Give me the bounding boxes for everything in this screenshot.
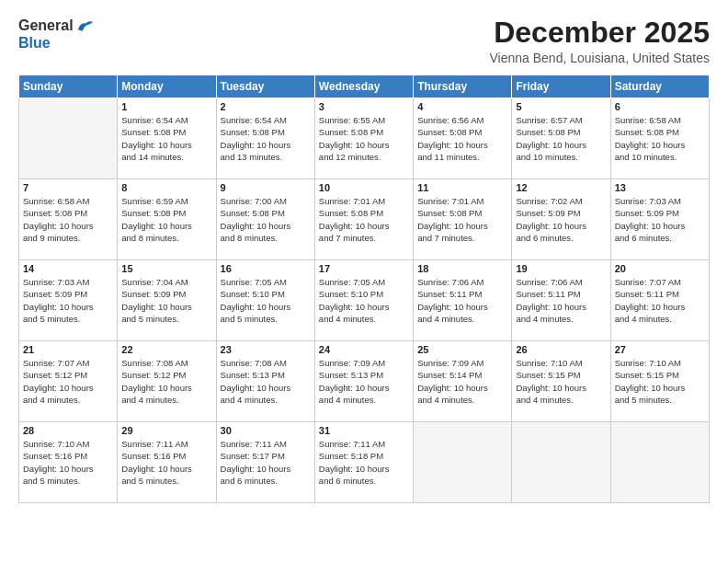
day-info: Sunrise: 7:07 AM Sunset: 5:11 PM Dayligh… [615, 276, 705, 325]
day-number: 8 [121, 182, 211, 193]
day-number: 18 [417, 263, 507, 274]
calendar-cell: 8Sunrise: 6:59 AM Sunset: 5:08 PM Daylig… [118, 179, 216, 260]
calendar-cell: 25Sunrise: 7:09 AM Sunset: 5:14 PM Dayli… [414, 341, 512, 422]
day-info: Sunrise: 7:11 AM Sunset: 5:17 PM Dayligh… [221, 438, 311, 487]
calendar-header-row: SundayMondayTuesdayWednesdayThursdayFrid… [19, 75, 710, 98]
calendar-cell [610, 422, 709, 503]
day-number: 19 [516, 263, 606, 274]
day-number: 15 [121, 263, 211, 274]
day-info: Sunrise: 7:11 AM Sunset: 5:18 PM Dayligh… [319, 438, 409, 487]
calendar-cell: 6Sunrise: 6:58 AM Sunset: 5:08 PM Daylig… [610, 98, 709, 179]
calendar-cell: 7Sunrise: 6:58 AM Sunset: 5:08 PM Daylig… [19, 179, 118, 260]
calendar-cell: 10Sunrise: 7:01 AM Sunset: 5:08 PM Dayli… [314, 179, 413, 260]
day-number: 6 [615, 101, 705, 112]
day-info: Sunrise: 7:00 AM Sunset: 5:08 PM Dayligh… [221, 195, 311, 244]
calendar-week-row: 1Sunrise: 6:54 AM Sunset: 5:08 PM Daylig… [19, 98, 710, 179]
day-info: Sunrise: 6:56 AM Sunset: 5:08 PM Dayligh… [417, 114, 507, 163]
day-header-friday: Friday [512, 75, 610, 98]
day-info: Sunrise: 7:01 AM Sunset: 5:08 PM Dayligh… [417, 195, 507, 244]
calendar-cell: 26Sunrise: 7:10 AM Sunset: 5:15 PM Dayli… [512, 341, 610, 422]
day-info: Sunrise: 6:55 AM Sunset: 5:08 PM Dayligh… [319, 114, 409, 163]
calendar-cell: 2Sunrise: 6:54 AM Sunset: 5:08 PM Daylig… [216, 98, 314, 179]
page: General Blue December 2025 Vienna Bend, … [0, 0, 728, 563]
day-header-tuesday: Tuesday [216, 75, 314, 98]
calendar-cell: 27Sunrise: 7:10 AM Sunset: 5:15 PM Dayli… [610, 341, 709, 422]
logo: General Blue [18, 17, 95, 52]
day-number: 11 [417, 182, 507, 193]
day-number: 10 [319, 182, 409, 193]
calendar-cell: 23Sunrise: 7:08 AM Sunset: 5:13 PM Dayli… [216, 341, 314, 422]
day-number: 22 [121, 344, 211, 355]
day-info: Sunrise: 7:07 AM Sunset: 5:12 PM Dayligh… [23, 357, 113, 406]
day-info: Sunrise: 7:06 AM Sunset: 5:11 PM Dayligh… [516, 276, 606, 325]
calendar-cell: 29Sunrise: 7:11 AM Sunset: 5:16 PM Dayli… [118, 422, 216, 503]
day-number: 27 [615, 344, 705, 355]
day-number: 20 [615, 263, 705, 274]
day-header-thursday: Thursday [414, 75, 512, 98]
day-info: Sunrise: 7:08 AM Sunset: 5:12 PM Dayligh… [121, 357, 211, 406]
calendar-cell: 3Sunrise: 6:55 AM Sunset: 5:08 PM Daylig… [314, 98, 413, 179]
title-section: December 2025 Vienna Bend, Louisiana, Un… [490, 17, 710, 65]
day-number: 17 [319, 263, 409, 274]
day-number: 14 [23, 263, 113, 274]
month-title: December 2025 [490, 17, 710, 49]
day-number: 25 [417, 344, 507, 355]
calendar-cell: 5Sunrise: 6:57 AM Sunset: 5:08 PM Daylig… [512, 98, 610, 179]
logo-text: General [18, 17, 95, 35]
day-info: Sunrise: 6:58 AM Sunset: 5:08 PM Dayligh… [615, 114, 705, 163]
day-header-saturday: Saturday [610, 75, 709, 98]
day-number: 5 [516, 101, 606, 112]
day-info: Sunrise: 6:54 AM Sunset: 5:08 PM Dayligh… [221, 114, 311, 163]
day-info: Sunrise: 7:01 AM Sunset: 5:08 PM Dayligh… [319, 195, 409, 244]
calendar-cell: 28Sunrise: 7:10 AM Sunset: 5:16 PM Dayli… [19, 422, 118, 503]
calendar-cell: 12Sunrise: 7:02 AM Sunset: 5:09 PM Dayli… [512, 179, 610, 260]
location: Vienna Bend, Louisiana, United States [490, 51, 710, 65]
calendar-cell: 9Sunrise: 7:00 AM Sunset: 5:08 PM Daylig… [216, 179, 314, 260]
calendar-week-row: 7Sunrise: 6:58 AM Sunset: 5:08 PM Daylig… [19, 179, 710, 260]
day-info: Sunrise: 7:11 AM Sunset: 5:16 PM Dayligh… [121, 438, 211, 487]
calendar-cell [414, 422, 512, 503]
day-number: 23 [221, 344, 311, 355]
day-number: 2 [221, 101, 311, 112]
day-number: 24 [319, 344, 409, 355]
calendar-cell: 20Sunrise: 7:07 AM Sunset: 5:11 PM Dayli… [610, 260, 709, 341]
day-info: Sunrise: 7:06 AM Sunset: 5:11 PM Dayligh… [417, 276, 507, 325]
day-number: 1 [121, 101, 211, 112]
day-info: Sunrise: 7:03 AM Sunset: 5:09 PM Dayligh… [23, 276, 113, 325]
calendar-cell [512, 422, 610, 503]
calendar-cell: 4Sunrise: 6:56 AM Sunset: 5:08 PM Daylig… [414, 98, 512, 179]
day-number: 9 [221, 182, 311, 193]
calendar-cell [19, 98, 118, 179]
logo-blue-label: Blue [18, 35, 51, 52]
day-number: 13 [615, 182, 705, 193]
day-info: Sunrise: 7:02 AM Sunset: 5:09 PM Dayligh… [516, 195, 606, 244]
day-info: Sunrise: 7:03 AM Sunset: 5:09 PM Dayligh… [615, 195, 705, 244]
day-number: 31 [319, 425, 409, 436]
day-info: Sunrise: 6:57 AM Sunset: 5:08 PM Dayligh… [516, 114, 606, 163]
day-info: Sunrise: 7:09 AM Sunset: 5:13 PM Dayligh… [319, 357, 409, 406]
calendar-cell: 30Sunrise: 7:11 AM Sunset: 5:17 PM Dayli… [216, 422, 314, 503]
day-header-wednesday: Wednesday [314, 75, 413, 98]
day-number: 7 [23, 182, 113, 193]
calendar-cell: 15Sunrise: 7:04 AM Sunset: 5:09 PM Dayli… [118, 260, 216, 341]
day-info: Sunrise: 7:05 AM Sunset: 5:10 PM Dayligh… [221, 276, 311, 325]
calendar-cell: 11Sunrise: 7:01 AM Sunset: 5:08 PM Dayli… [414, 179, 512, 260]
day-number: 16 [221, 263, 311, 274]
day-info: Sunrise: 7:04 AM Sunset: 5:09 PM Dayligh… [121, 276, 211, 325]
day-info: Sunrise: 7:10 AM Sunset: 5:15 PM Dayligh… [516, 357, 606, 406]
day-number: 29 [121, 425, 211, 436]
day-info: Sunrise: 6:59 AM Sunset: 5:08 PM Dayligh… [121, 195, 211, 244]
day-number: 12 [516, 182, 606, 193]
calendar-cell: 16Sunrise: 7:05 AM Sunset: 5:10 PM Dayli… [216, 260, 314, 341]
calendar-cell: 24Sunrise: 7:09 AM Sunset: 5:13 PM Dayli… [314, 341, 413, 422]
day-number: 30 [221, 425, 311, 436]
day-info: Sunrise: 6:54 AM Sunset: 5:08 PM Dayligh… [121, 114, 211, 163]
calendar-cell: 1Sunrise: 6:54 AM Sunset: 5:08 PM Daylig… [118, 98, 216, 179]
day-info: Sunrise: 7:05 AM Sunset: 5:10 PM Dayligh… [319, 276, 409, 325]
calendar-cell: 13Sunrise: 7:03 AM Sunset: 5:09 PM Dayli… [610, 179, 709, 260]
logo-bird-icon [76, 17, 95, 35]
day-number: 4 [417, 101, 507, 112]
calendar-week-row: 21Sunrise: 7:07 AM Sunset: 5:12 PM Dayli… [19, 341, 710, 422]
day-number: 26 [516, 344, 606, 355]
calendar-cell: 19Sunrise: 7:06 AM Sunset: 5:11 PM Dayli… [512, 260, 610, 341]
